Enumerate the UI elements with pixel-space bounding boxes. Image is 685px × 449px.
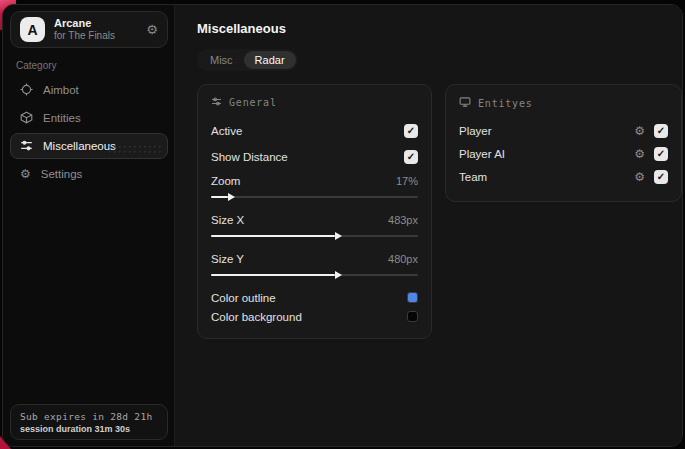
page-title: Miscellaneous bbox=[197, 21, 682, 36]
sliders-icon bbox=[211, 96, 222, 109]
show-distance-checkbox[interactable]: ✓ bbox=[404, 150, 418, 164]
entity-row-team: Team ⚙ ✓ bbox=[459, 166, 668, 187]
panels-row: General Active ✓ Show Distance ✓ Zoom 17… bbox=[197, 84, 682, 339]
size-y-value: 480px bbox=[388, 253, 418, 265]
setting-row-show-distance: Show Distance ✓ bbox=[211, 145, 418, 168]
entities-panel: Entityes Player ⚙ ✓ Player AI ⚙ ✓ bbox=[445, 84, 682, 202]
entity-row-player: Player ⚙ ✓ bbox=[459, 120, 668, 141]
tab-radar[interactable]: Radar bbox=[244, 51, 296, 69]
sidebar-item-miscellaneous[interactable]: Miscellaneous bbox=[10, 133, 168, 159]
sidebar-item-aimbot[interactable]: Aimbot bbox=[10, 77, 168, 103]
app-window: A Arcane for The Finals ⚙ Category bbox=[2, 4, 683, 447]
sidebar-item-settings[interactable]: ⚙ Settings bbox=[10, 161, 168, 187]
entity-row-player-ai: Player AI ⚙ ✓ bbox=[459, 143, 668, 164]
setting-row-color-background: Color background bbox=[211, 307, 418, 326]
sidebar-nav: Aimbot Entities bbox=[10, 77, 168, 189]
zoom-slider-thumb[interactable] bbox=[211, 196, 228, 198]
tab-bar: Misc Radar bbox=[197, 49, 298, 71]
setting-row-size-x: Size X 483px bbox=[211, 210, 418, 241]
brand-settings-icon[interactable]: ⚙ bbox=[146, 22, 158, 37]
player-settings-gear-icon[interactable]: ⚙ bbox=[634, 125, 645, 137]
gear-icon: ⚙ bbox=[20, 168, 31, 180]
sidebar-item-label: Settings bbox=[41, 168, 83, 180]
zoom-value: 17% bbox=[396, 175, 418, 187]
player-ai-checkbox[interactable]: ✓ bbox=[654, 147, 668, 161]
size-x-slider-thumb[interactable] bbox=[211, 235, 335, 237]
brand-card: A Arcane for The Finals ⚙ bbox=[10, 11, 168, 48]
sliders-icon bbox=[20, 139, 33, 154]
brand-subtitle: for The Finals bbox=[54, 30, 137, 42]
size-x-slider[interactable] bbox=[211, 231, 418, 241]
size-x-value: 483px bbox=[388, 214, 418, 226]
color-outline-swatch[interactable] bbox=[407, 292, 418, 303]
setting-row-zoom: Zoom 17% bbox=[211, 171, 418, 202]
size-y-slider-thumb[interactable] bbox=[211, 274, 335, 276]
desktop-background: A Arcane for The Finals ⚙ Category bbox=[0, 0, 685, 449]
player-ai-settings-gear-icon[interactable]: ⚙ bbox=[634, 148, 645, 160]
main-content: Miscellaneous Misc Radar Gene bbox=[175, 5, 683, 446]
setting-row-color-outline: Color outline bbox=[211, 288, 418, 307]
sidebar-item-label: Entities bbox=[43, 112, 81, 124]
sidebar-item-label: Aimbot bbox=[43, 84, 79, 96]
panel-title: Entityes bbox=[478, 98, 533, 109]
app-logo: A bbox=[20, 17, 45, 42]
sidebar: A Arcane for The Finals ⚙ Category bbox=[3, 5, 175, 446]
sidebar-item-entities[interactable]: Entities bbox=[10, 105, 168, 131]
sub-expiry-text: Sub expires in 28d 21h bbox=[20, 411, 158, 422]
team-settings-gear-icon[interactable]: ⚙ bbox=[634, 171, 645, 183]
tab-misc[interactable]: Misc bbox=[199, 51, 244, 69]
general-panel: General Active ✓ Show Distance ✓ Zoom 17… bbox=[197, 84, 432, 339]
size-y-slider[interactable] bbox=[211, 270, 418, 280]
player-checkbox[interactable]: ✓ bbox=[654, 124, 668, 138]
monitor-icon bbox=[459, 96, 471, 110]
setting-row-active: Active ✓ bbox=[211, 119, 418, 142]
active-checkbox[interactable]: ✓ bbox=[404, 124, 418, 138]
cube-icon bbox=[20, 111, 33, 126]
crosshair-icon bbox=[20, 83, 33, 98]
color-background-swatch[interactable] bbox=[407, 311, 418, 322]
category-label: Category bbox=[16, 60, 57, 71]
brand-title: Arcane bbox=[54, 17, 137, 30]
session-duration-text: session duration 31m 30s bbox=[20, 424, 158, 434]
team-checkbox[interactable]: ✓ bbox=[654, 170, 668, 184]
subscription-card: Sub expires in 28d 21h session duration … bbox=[10, 404, 168, 440]
panel-title: General bbox=[229, 97, 277, 108]
zoom-slider[interactable] bbox=[211, 192, 418, 202]
sidebar-item-label: Miscellaneous bbox=[43, 140, 116, 152]
setting-row-size-y: Size Y 480px bbox=[211, 249, 418, 280]
